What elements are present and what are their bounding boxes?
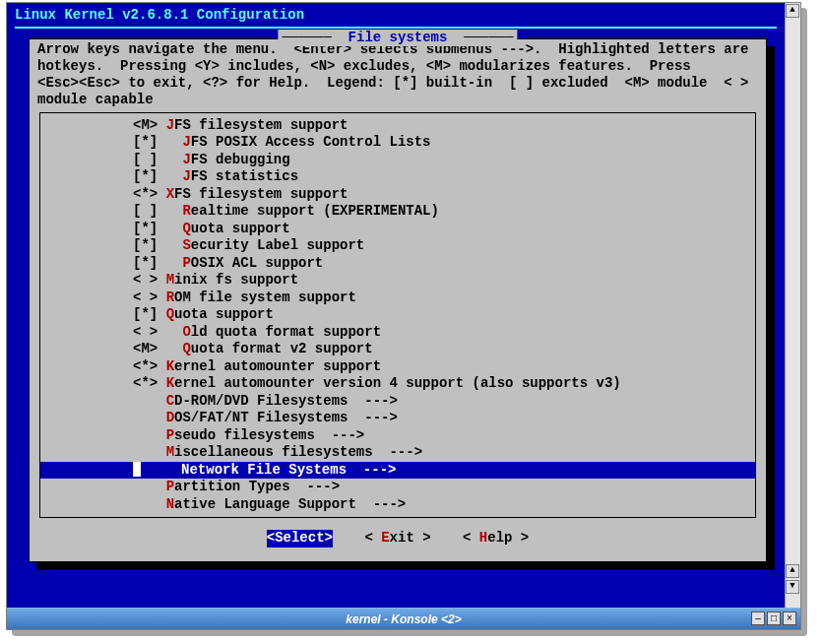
menu-hotkey: Q (182, 341, 190, 356)
scroll-down2-icon[interactable]: ▼ (786, 580, 799, 594)
konsole-window: Linux Kernel v2.6.8.1 Configuration ────… (6, 2, 801, 630)
menu-item-2[interactable]: [ ] JFS debugging (40, 152, 755, 169)
menu-item-20[interactable]: Network File Systems ---> (40, 462, 755, 480)
help-rest: elp > (487, 530, 529, 546)
terminal-content: Linux Kernel v2.6.8.1 Configuration ────… (7, 3, 785, 608)
help-lt: < (463, 530, 479, 546)
menu-hotkey: R (182, 203, 190, 219)
button-bar: <Select> < Exit > < Help > (37, 526, 758, 553)
menu-hotkey: N (181, 462, 189, 478)
menu-item-5[interactable]: [ ] Realtime support (EXPERIMENTAL) (40, 203, 755, 221)
help-hotkey: H (479, 530, 487, 546)
menu-hotkey: J (182, 152, 190, 167)
panel-title: ────── File systems ────── (278, 30, 517, 47)
menu-item-6[interactable]: [*] Quota support (40, 221, 755, 238)
menu-hotkey: J (182, 168, 190, 184)
menu-item-16[interactable]: CD-ROM/DVD Filesystems ---> (40, 393, 755, 411)
scroll-up-icon[interactable]: ▲ (786, 4, 799, 18)
menu-hotkey: Q (182, 221, 190, 236)
menu-item-10[interactable]: < > ROM file system support (40, 290, 755, 307)
menu-hotkey: K (166, 375, 174, 391)
menu-item-14[interactable]: <*> Kernel automounter support (40, 358, 755, 376)
exit-rest: xit > (390, 530, 431, 546)
menu-hotkey: C (166, 393, 174, 409)
menu-item-22[interactable]: Native Language Support ---> (40, 496, 755, 514)
panel-title-text: File systems (340, 30, 456, 45)
menu-hotkey: P (166, 427, 174, 443)
menu-hotkey: O (182, 324, 190, 340)
menu-item-11[interactable]: [*] Quota support (40, 306, 755, 324)
menu-hotkey: J (166, 117, 174, 133)
window-titlebar[interactable]: kernel - Konsole <2> – □ × (7, 608, 800, 629)
window-controls: – □ × (751, 612, 796, 625)
exit-lt: < (364, 530, 381, 546)
menu-hotkey: M (166, 272, 174, 288)
menu-hotkey: N (166, 496, 174, 512)
app-title: Linux Kernel v2.6.8.1 Configuration (15, 7, 777, 25)
maximize-button[interactable]: □ (767, 612, 781, 625)
minimize-button[interactable]: – (751, 612, 765, 625)
menu-item-3[interactable]: [*] JFS statistics (40, 168, 755, 186)
terminal-area: Linux Kernel v2.6.8.1 Configuration ────… (7, 3, 800, 608)
menu-item-13[interactable]: <M> Quota format v2 support (40, 341, 755, 358)
menu-item-18[interactable]: Pseudo filesystems ---> (40, 427, 755, 445)
menu-item-1[interactable]: [*] JFS POSIX Access Control Lists (40, 134, 755, 152)
menu-hotkey: R (166, 290, 174, 305)
menu-item-19[interactable]: Miscellaneous filesystems ---> (40, 444, 755, 462)
menu-hotkey: J (182, 134, 190, 150)
menuconfig-panel: ────── File systems ────── Arrow keys na… (29, 38, 767, 562)
menu-item-0[interactable]: <M> JFS filesystem support (40, 117, 755, 135)
menu-hotkey: X (166, 186, 174, 202)
menu-item-12[interactable]: < > Old quota format support (40, 324, 755, 342)
scroll-down-icon[interactable]: ▲ (786, 564, 799, 578)
menu-item-17[interactable]: DOS/FAT/NT Filesystems ---> (40, 410, 755, 427)
menu-hotkey: P (166, 479, 174, 494)
menu-hotkey: D (166, 410, 174, 425)
cursor-icon (133, 462, 141, 477)
menu-item-9[interactable]: < > Minix fs support (40, 272, 755, 290)
title-rule (15, 27, 777, 29)
menu-hotkey: K (166, 358, 174, 374)
menu-item-21[interactable]: Partition Types ---> (40, 479, 755, 496)
menu-box: <M> JFS filesystem support [*] JFS POSIX… (39, 112, 756, 519)
exit-hotkey: E (381, 530, 389, 546)
menu-hotkey: P (182, 255, 190, 271)
close-button[interactable]: × (783, 612, 796, 625)
window-title: kernel - Konsole <2> (346, 612, 461, 626)
select-button[interactable]: <Select> (267, 530, 333, 547)
menu-item-7[interactable]: [*] Security Label support (40, 237, 755, 255)
menu-item-4[interactable]: <*> XFS filesystem support (40, 186, 755, 204)
exit-button[interactable]: < Exit > (364, 530, 430, 547)
menu-hotkey: Q (166, 306, 174, 322)
help-text: Arrow keys navigate the menu. <Enter> se… (37, 41, 758, 108)
menu-hotkey: S (182, 237, 190, 253)
menu-hotkey: M (166, 444, 174, 460)
terminal-scrollbar[interactable]: ▲ ▲ ▼ (785, 3, 800, 608)
help-button[interactable]: < Help > (463, 530, 529, 547)
menu-item-8[interactable]: [*] POSIX ACL support (40, 255, 755, 273)
menu-item-15[interactable]: <*> Kernel automounter version 4 support… (40, 375, 755, 393)
